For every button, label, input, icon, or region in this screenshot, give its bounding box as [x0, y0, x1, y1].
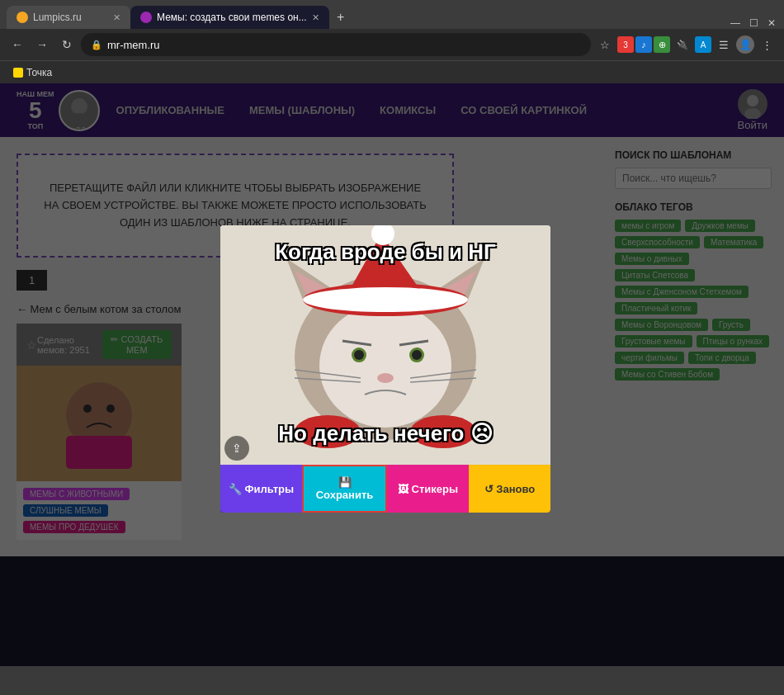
tab-mrmem[interactable]: Мемы: создать свои memes он... ✕ — [130, 6, 329, 29]
svg-point-21 — [303, 287, 468, 312]
website-content: НАШ МЕМ 5 ТОП v2.0 ОПУБЛИКОВАННЫЕ МЕМЫ (… — [0, 83, 784, 666]
nav-action-buttons: ☆ 3 ♪ ⊕ 🔌 A ☰ 👤 ⋮ — [594, 34, 777, 55]
tab-lumpics[interactable]: Lumpics.ru ✕ — [7, 6, 130, 29]
user-avatar-icon[interactable]: 👤 — [736, 35, 754, 54]
back-button[interactable]: ← — [7, 34, 28, 55]
menu-icon[interactable]: ☰ — [713, 34, 734, 55]
tab-favicon-lumpics — [17, 12, 28, 23]
modal-action-buttons: 🔧 Фильтры 💾 Сохранить 🖼 Стикеры ↺ Заново — [220, 465, 550, 513]
address-bar[interactable]: 🔒 mr-mem.ru — [81, 33, 591, 56]
new-tab-button[interactable]: + — [329, 6, 352, 29]
meme-modal: ✕ — [220, 225, 550, 513]
bookmark-item-tochka[interactable]: Точка — [8, 65, 57, 80]
close-button[interactable]: ✕ — [766, 17, 777, 29]
bookmark-folder-icon — [13, 68, 23, 78]
more-options-icon[interactable]: ⋮ — [756, 34, 777, 55]
extension-icon-1[interactable]: 3 — [617, 36, 634, 53]
filters-button[interactable]: 🔧 Фильтры — [220, 465, 302, 513]
meme-top-text: Когда вроде бы и НГ — [220, 229, 550, 275]
browser-window: Lumpics.ru ✕ Мемы: создать свои memes он… — [0, 0, 784, 666]
maximize-button[interactable]: ☐ — [748, 17, 759, 29]
meme-modal-wrapper: ✕ — [220, 225, 550, 513]
forward-button[interactable]: → — [31, 34, 53, 55]
share-button[interactable]: ⇪ — [224, 436, 249, 461]
svg-point-13 — [319, 304, 451, 428]
svg-point-28 — [354, 350, 364, 360]
tab-close-lumpics[interactable]: ✕ — [113, 12, 120, 23]
svg-point-29 — [412, 350, 422, 360]
tab-close-mrmem[interactable]: ✕ — [312, 12, 319, 23]
extension-icon-2[interactable]: ♪ — [635, 36, 652, 53]
lock-icon: 🔒 — [91, 40, 102, 50]
bookmark-bar: Точка — [0, 60, 784, 83]
reset-button[interactable]: ↺ Заново — [469, 465, 550, 513]
extension-icon-4[interactable]: 🔌 — [672, 34, 693, 55]
extension-icon-3[interactable]: ⊕ — [654, 36, 670, 53]
url-text: mr-mem.ru — [107, 39, 160, 51]
tabs-bar: Lumpics.ru ✕ Мемы: создать свои memes он… — [0, 0, 784, 29]
stickers-button[interactable]: 🖼 Стикеры — [387, 465, 469, 513]
tab-favicon-mrmem — [140, 12, 152, 23]
bookmark-star-icon[interactable]: ☆ — [594, 34, 616, 55]
extension-icon-5[interactable]: A — [695, 36, 711, 53]
share-icon: ⇪ — [232, 442, 242, 455]
minimize-button[interactable]: — — [730, 17, 741, 29]
save-button[interactable]: 💾 Сохранить — [302, 465, 387, 513]
bookmark-label: Точка — [26, 67, 52, 78]
meme-bottom-text: Но делать нечего ☹ — [220, 411, 550, 456]
tab-title-lumpics: Lumpics.ru — [33, 12, 82, 23]
svg-point-32 — [377, 373, 394, 383]
reload-button[interactable]: ↻ — [56, 34, 78, 55]
navigation-bar: ← → ↻ 🔒 mr-mem.ru ☆ 3 ♪ ⊕ 🔌 A ☰ 👤 ⋮ — [0, 29, 784, 60]
meme-image-area: Когда вроде бы и НГ Но делать нечего ☹ ⇪ — [220, 225, 550, 465]
window-controls: — ☐ ✕ — [730, 17, 777, 29]
tab-title-mrmem: Мемы: создать свои memes он... — [157, 12, 307, 23]
